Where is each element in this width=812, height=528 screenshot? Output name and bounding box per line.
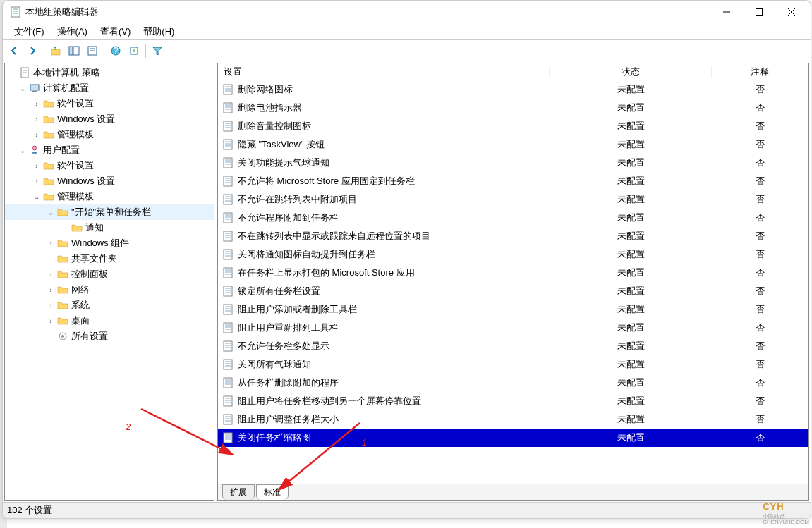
- svg-rect-81: [224, 341, 232, 351]
- show-hide-tree-button[interactable]: [66, 42, 83, 59]
- svg-rect-65: [224, 268, 232, 278]
- settings-list[interactable]: 删除网络图标 未配置 否 删除电池指示器 未配置 否 删除音量控制图标 未配置 …: [218, 80, 808, 484]
- tree-item[interactable]: ›桌面: [5, 313, 214, 329]
- chevron-right-icon[interactable]: ›: [46, 238, 56, 248]
- svg-rect-89: [224, 378, 232, 388]
- tree-item[interactable]: ›网络: [5, 282, 214, 297]
- tree-root[interactable]: 本地计算机 策略: [5, 65, 214, 80]
- help-button[interactable]: ?: [107, 42, 124, 59]
- setting-row[interactable]: 关闭功能提示气球通知 未配置 否: [218, 154, 808, 172]
- scrollbar[interactable]: [797, 80, 808, 484]
- setting-row[interactable]: 在任务栏上显示打包的 Microsoft Store 应用 未配置 否: [218, 264, 808, 282]
- chevron-down-icon[interactable]: ⌄: [32, 192, 42, 202]
- app-window: 本地组策略编辑器 文件(F) 操作(A) 查看(V) 帮助(H) ?: [2, 0, 811, 519]
- tree-item[interactable]: ›Windows 设置: [5, 173, 214, 189]
- tree-notifications[interactable]: 通知: [5, 220, 214, 235]
- setting-row[interactable]: 关闭任务栏缩略图 未配置 否: [218, 429, 808, 447]
- tree-item[interactable]: ›Windows 设置: [5, 111, 214, 127]
- folder-icon: [57, 284, 68, 295]
- setting-row[interactable]: 删除电池指示器 未配置 否: [218, 99, 808, 117]
- setting-row[interactable]: 不允许程序附加到任务栏 未配置 否: [218, 209, 808, 227]
- column-header-state[interactable]: 状态: [550, 66, 712, 78]
- setting-row[interactable]: 阻止用户添加或者删除工具栏 未配置 否: [218, 300, 808, 319]
- tree-computer-config[interactable]: ⌄ 计算机配置: [5, 80, 214, 96]
- setting-row[interactable]: 阻止用户调整任务栏大小 未配置 否: [218, 410, 808, 429]
- tree-all-settings[interactable]: 所有设置: [5, 329, 214, 344]
- setting-name: 关闭所有气球通知: [238, 358, 311, 371]
- tree-item[interactable]: 共享文件夹: [5, 251, 214, 266]
- setting-row[interactable]: 关闭将通知图标自动提升到任务栏 未配置 否: [218, 245, 808, 264]
- setting-row[interactable]: 阻止用户重新排列工具栏 未配置 否: [218, 319, 808, 337]
- chevron-right-icon[interactable]: ›: [46, 300, 56, 310]
- chevron-down-icon[interactable]: ⌄: [18, 145, 28, 155]
- chevron-down-icon[interactable]: ⌄: [46, 207, 56, 217]
- back-button[interactable]: [6, 42, 23, 59]
- filter-button[interactable]: [149, 42, 166, 59]
- close-button[interactable]: [775, 1, 808, 23]
- tab-standard[interactable]: 标准: [256, 484, 289, 500]
- setting-comment: 否: [712, 175, 808, 188]
- setting-row[interactable]: 删除网络图标 未配置 否: [218, 80, 808, 99]
- setting-state: 未配置: [550, 376, 712, 389]
- setting-row[interactable]: 不允许任务栏多处显示 未配置 否: [218, 337, 808, 355]
- tree-item[interactable]: ›系统: [5, 297, 214, 313]
- setting-row[interactable]: 隐藏 "TaskView" 按钮 未配置 否: [218, 135, 808, 154]
- tree-item[interactable]: ›软件设置: [5, 96, 214, 111]
- chevron-down-icon[interactable]: ⌄: [18, 83, 28, 93]
- status-text: 102 个设置: [7, 504, 52, 517]
- folder-icon: [57, 238, 68, 249]
- setting-icon: [222, 322, 234, 333]
- setting-icon: [222, 249, 234, 260]
- chevron-right-icon[interactable]: ›: [32, 161, 42, 171]
- chevron-right-icon[interactable]: ›: [46, 316, 56, 326]
- chevron-right-icon[interactable]: ›: [32, 130, 42, 140]
- chevron-right-icon[interactable]: ›: [32, 99, 42, 109]
- menu-help[interactable]: 帮助(H): [143, 25, 174, 38]
- chevron-right-icon[interactable]: ›: [32, 114, 42, 124]
- setting-comment: 否: [712, 303, 808, 316]
- setting-row[interactable]: 阻止用户将任务栏移动到另一个屏幕停靠位置 未配置 否: [218, 392, 808, 410]
- column-header-comment[interactable]: 注释: [712, 66, 808, 78]
- menu-view[interactable]: 查看(V): [100, 25, 131, 38]
- tree-admin-templates[interactable]: ⌄管理模板: [5, 189, 214, 204]
- setting-row[interactable]: 关闭所有气球通知 未配置 否: [218, 355, 808, 374]
- folder-icon: [57, 300, 68, 311]
- maximize-button[interactable]: [743, 1, 775, 23]
- tree-start-taskbar[interactable]: ⌄"开始"菜单和任务栏: [5, 204, 214, 220]
- minimize-button[interactable]: [710, 1, 743, 23]
- setting-row[interactable]: 不允许在跳转列表中附加项目 未配置 否: [218, 190, 808, 209]
- tree-label: 管理模板: [57, 190, 94, 203]
- window-title: 本地组策略编辑器: [25, 6, 710, 18]
- tree-item[interactable]: ›Windows 组件: [5, 235, 214, 251]
- menu-action[interactable]: 操作(A): [57, 25, 87, 38]
- tree-item[interactable]: ›控制面板: [5, 266, 214, 282]
- setting-state: 未配置: [550, 395, 712, 407]
- setting-row[interactable]: 不在跳转列表中显示或跟踪来自远程位置的项目 未配置 否: [218, 227, 808, 245]
- tree-user-config[interactable]: ⌄ 用户配置: [5, 142, 214, 158]
- tree-label: "开始"菜单和任务栏: [71, 206, 151, 219]
- chevron-right-icon[interactable]: ›: [46, 285, 56, 295]
- chevron-right-icon[interactable]: ›: [32, 176, 42, 186]
- setting-comment: 否: [712, 156, 808, 169]
- properties-button[interactable]: [84, 42, 101, 59]
- setting-state: 未配置: [550, 175, 712, 188]
- svg-rect-5: [756, 9, 763, 16]
- setting-state: 未配置: [550, 102, 712, 114]
- tab-extended[interactable]: 扩展: [222, 484, 255, 500]
- setting-row[interactable]: 从任务栏删除附加的程序 未配置 否: [218, 374, 808, 392]
- export-button[interactable]: [126, 42, 143, 59]
- forward-button[interactable]: [24, 42, 41, 59]
- setting-row[interactable]: 锁定所有任务栏设置 未配置 否: [218, 282, 808, 300]
- up-button[interactable]: [47, 42, 64, 59]
- column-header-setting[interactable]: 设置: [218, 66, 550, 78]
- svg-rect-57: [224, 231, 232, 241]
- tree-item[interactable]: ›软件设置: [5, 158, 214, 173]
- folder-icon: [57, 315, 68, 326]
- tree-panel[interactable]: 本地计算机 策略 ⌄ 计算机配置 ›软件设置 ›Windows 设置 ›管理模板…: [4, 63, 214, 501]
- tree-item[interactable]: ›管理模板: [5, 127, 214, 142]
- setting-icon: [222, 139, 234, 150]
- setting-row[interactable]: 不允许将 Microsoft Store 应用固定到任务栏 未配置 否: [218, 172, 808, 190]
- menu-file[interactable]: 文件(F): [14, 25, 44, 38]
- chevron-right-icon[interactable]: ›: [46, 269, 56, 279]
- setting-row[interactable]: 删除音量控制图标 未配置 否: [218, 117, 808, 135]
